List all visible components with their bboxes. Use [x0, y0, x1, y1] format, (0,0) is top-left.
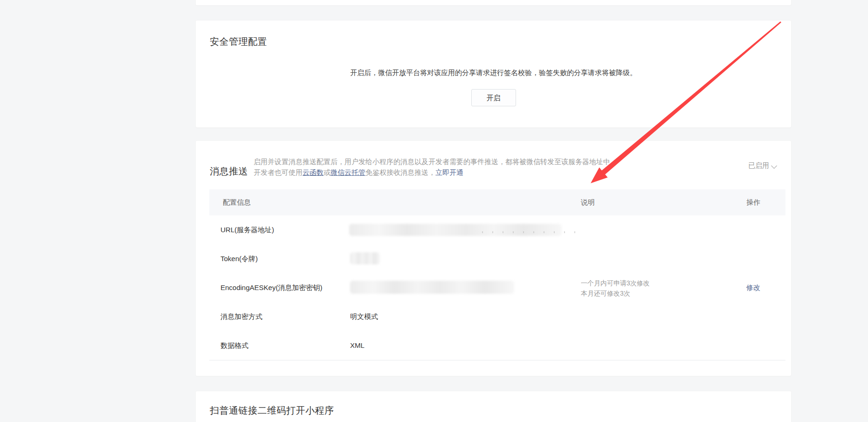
message-push-description-line1: 启用并设置消息推送配置后，用户发给小程序的消息以及开发者需要的事件推送，都将被微…: [254, 158, 617, 166]
row-value: 明文模式: [350, 312, 378, 321]
row-label: 消息加密方式: [220, 312, 262, 321]
header-action: 操作: [746, 198, 760, 207]
desc-line2-or: 或: [324, 168, 331, 176]
table-header-row: 配置信息 说明 操作: [209, 189, 785, 215]
table-row-data-format: 数据格式 XML: [209, 331, 785, 360]
security-card-title: 安全管理配置: [210, 35, 267, 48]
cloud-hosting-link[interactable]: 微信云托管: [331, 168, 365, 176]
config-table: 配置信息 说明 操作 URL(服务器地址) Token(令牌) Encoding…: [209, 189, 785, 360]
chevron-down-icon: [771, 163, 777, 169]
scan-card-title: 扫普通链接二维码打开小程序: [210, 404, 334, 417]
header-note: 说明: [581, 198, 595, 207]
security-config-card: 安全管理配置 开启后，微信开放平台将对该应用的分享请求进行签名校验，验签失败的分…: [195, 20, 792, 128]
cloud-function-link[interactable]: 云函数: [303, 168, 324, 176]
modify-link[interactable]: 修改: [746, 284, 760, 291]
desc-line2-prefix: 开发者也可使用: [254, 168, 303, 176]
row-label: Token(令牌): [220, 255, 258, 263]
note-line1: 一个月内可申请3次修改: [581, 279, 650, 287]
row-label: URL(服务器地址): [220, 226, 274, 235]
table-row-encoding-aes-key: EncodingAESKey(消息加密密钥) 一个月内可申请3次修改 本月还可修…: [209, 273, 785, 302]
row-value: XML: [350, 341, 365, 349]
row-label: EncodingAESKey(消息加密密钥): [220, 284, 322, 292]
table-bottom-divider: [209, 360, 785, 360]
table-row-url: URL(服务器地址): [209, 215, 785, 244]
modify-quota-note: 一个月内可申请3次修改 本月还可修改3次: [581, 278, 650, 298]
previous-card-bottom-edge: [195, 0, 792, 6]
desc-line2-suffix: 免鉴权接收消息推送，: [365, 168, 435, 176]
redacted-token-value: [350, 252, 380, 264]
row-label: 数据格式: [220, 341, 248, 350]
table-row-token: Token(令牌): [209, 244, 785, 273]
message-push-title: 消息推送: [210, 165, 248, 178]
header-config-info: 配置信息: [223, 198, 251, 207]
redacted-url-residue: [482, 231, 575, 233]
redacted-url-value: [349, 224, 562, 236]
enable-button[interactable]: 开启: [471, 89, 516, 106]
security-card-description: 开启后，微信开放平台将对该应用的分享请求进行签名校验，验签失败的分享请求将被降级…: [196, 69, 791, 77]
redacted-aeskey-value: [350, 281, 514, 294]
status-label: 已启用: [748, 161, 769, 169]
activate-now-link[interactable]: 立即开通: [435, 168, 463, 176]
status-dropdown[interactable]: 已启用: [748, 161, 776, 170]
scan-qrcode-card: 扫普通链接二维码打开小程序: [195, 391, 792, 422]
message-push-card: 消息推送 启用并设置消息推送配置后，用户发给小程序的消息以及开发者需要的事件推送…: [195, 140, 792, 376]
table-row-encrypt-mode: 消息加密方式 明文模式: [209, 302, 785, 331]
note-line2: 本月还可修改3次: [581, 290, 630, 297]
message-push-description-line2: 开发者也可使用云函数或微信云托管免鉴权接收消息推送，立即开通: [254, 168, 463, 177]
